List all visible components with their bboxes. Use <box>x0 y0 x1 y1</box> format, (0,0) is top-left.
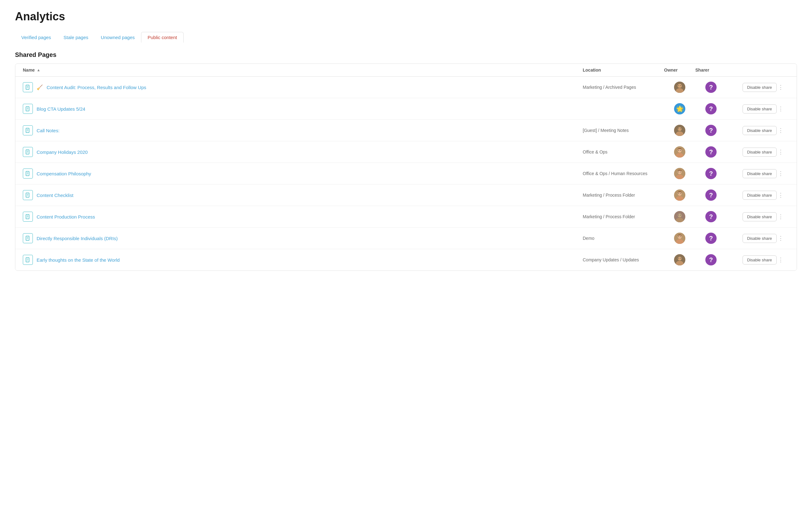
section-title: Shared Pages <box>15 51 797 58</box>
tab-verified-pages[interactable]: Verified pages <box>15 32 57 42</box>
owner-cell <box>664 82 695 93</box>
table-row: Company Holidays 2020 Office & Ops ? Dis… <box>15 141 797 163</box>
disable-share-button[interactable]: Disable share <box>743 234 777 243</box>
svg-point-28 <box>678 149 682 153</box>
svg-point-31 <box>680 150 681 151</box>
owner-cell <box>664 189 695 201</box>
more-options-button[interactable]: ⋮ <box>777 255 785 265</box>
more-options-button[interactable]: ⋮ <box>777 234 785 243</box>
actions-cell: Disable share <box>727 255 777 265</box>
page-link[interactable]: Content Production Process <box>37 214 95 219</box>
more-options-cell: ⋮ <box>777 147 789 157</box>
tab-unowned-pages[interactable]: Unowned pages <box>94 32 141 42</box>
svg-point-30 <box>678 150 679 151</box>
page-link[interactable]: Content Audit: Process, Results and Foll… <box>47 85 146 90</box>
page-link[interactable]: Blog CTA Updates 5/24 <box>37 106 85 112</box>
disable-share-button[interactable]: Disable share <box>743 104 777 114</box>
more-options-button[interactable]: ⋮ <box>777 169 785 178</box>
shared-pages-table: Name ▲ Location Owner Sharer 🧹 Content A… <box>15 63 797 271</box>
svg-point-8 <box>678 85 679 86</box>
sort-arrow-icon: ▲ <box>37 68 40 72</box>
tabs-container: Verified pages Stale pages Unowned pages… <box>15 32 797 42</box>
page-link[interactable]: Early thoughts on the State of the World <box>37 257 120 263</box>
owner-cell <box>664 233 695 244</box>
owner-avatar <box>674 82 685 93</box>
disable-share-button[interactable]: Disable share <box>743 169 777 178</box>
more-options-cell: ⋮ <box>777 104 789 114</box>
sharer-avatar: ? <box>705 211 717 222</box>
more-options-button[interactable]: ⋮ <box>777 212 785 221</box>
sharer-cell: ? <box>695 82 727 93</box>
more-options-button[interactable]: ⋮ <box>777 83 785 92</box>
actions-cell: Disable share <box>727 212 777 221</box>
table-row: Compensation Philosophy Office & Ops / H… <box>15 163 797 184</box>
row-name-cell: Directly Responsible Individuals (DRIs) <box>23 233 583 243</box>
actions-cell: Disable share <box>727 148 777 157</box>
location-cell: [Guest] / Meeting Notes <box>583 128 664 133</box>
actions-cell: Disable share <box>727 83 777 92</box>
row-name-cell: Company Holidays 2020 <box>23 147 583 157</box>
svg-point-67 <box>680 236 681 237</box>
svg-point-76 <box>680 258 681 259</box>
row-name-cell: Compensation Philosophy <box>23 169 583 179</box>
page-doc-icon <box>23 82 33 92</box>
table-row: Call Notes: [Guest] / Meeting Notes ? Di… <box>15 120 797 141</box>
tab-stale-pages[interactable]: Stale pages <box>57 32 94 42</box>
disable-share-button[interactable]: Disable share <box>743 212 777 221</box>
svg-point-20 <box>678 128 679 129</box>
row-name-cell: Blog CTA Updates 5/24 <box>23 104 583 114</box>
actions-cell: Disable share <box>727 126 777 135</box>
table-row: Content Production Process Marketing / P… <box>15 206 797 228</box>
table-header: Name ▲ Location Owner Sharer <box>15 64 797 77</box>
disable-share-button[interactable]: Disable share <box>743 83 777 92</box>
more-options-button[interactable]: ⋮ <box>777 190 785 200</box>
disable-share-button[interactable]: Disable share <box>743 255 777 265</box>
page-doc-icon <box>23 212 33 222</box>
row-name-cell: Content Checklist <box>23 190 583 200</box>
owner-avatar: 🌟 <box>674 103 685 115</box>
more-options-button[interactable]: ⋮ <box>777 147 785 157</box>
sharer-avatar: ? <box>705 168 717 179</box>
page-doc-icon <box>23 233 33 243</box>
sharer-cell: ? <box>695 211 727 222</box>
disable-share-button[interactable]: Disable share <box>743 148 777 157</box>
svg-point-40 <box>680 172 681 172</box>
page-doc-icon <box>23 104 33 114</box>
row-name-cell: 🧹 Content Audit: Process, Results and Fo… <box>23 82 583 92</box>
svg-point-73 <box>678 257 682 261</box>
owner-cell <box>664 254 695 266</box>
row-name-cell: Content Production Process <box>23 212 583 222</box>
svg-point-64 <box>678 235 682 239</box>
sharer-cell: ? <box>695 168 727 179</box>
svg-point-66 <box>678 236 679 237</box>
svg-point-21 <box>680 128 681 129</box>
sharer-avatar: ? <box>705 125 717 136</box>
svg-point-9 <box>680 85 681 86</box>
sharer-cell: ? <box>695 233 727 244</box>
sharer-cell: ? <box>695 146 727 158</box>
more-options-button[interactable]: ⋮ <box>777 104 785 114</box>
sharer-avatar: ? <box>705 103 717 115</box>
svg-point-58 <box>680 215 681 215</box>
owner-avatar <box>674 125 685 136</box>
more-options-button[interactable]: ⋮ <box>777 126 785 135</box>
page-link[interactable]: Directly Responsible Individuals (DRIs) <box>37 236 118 241</box>
disable-share-button[interactable]: Disable share <box>743 126 777 135</box>
page-link[interactable]: Company Holidays 2020 <box>37 149 88 155</box>
svg-point-46 <box>678 192 682 196</box>
actions-cell: Disable share <box>727 234 777 243</box>
page-link[interactable]: Compensation Philosophy <box>37 171 91 176</box>
sharer-cell: ? <box>695 254 727 266</box>
page-doc-icon <box>23 190 33 200</box>
svg-point-7 <box>678 84 682 88</box>
sharer-avatar: ? <box>705 146 717 158</box>
tab-public-content[interactable]: Public content <box>141 32 183 42</box>
page-link[interactable]: Call Notes: <box>37 128 59 133</box>
svg-point-39 <box>678 172 679 172</box>
location-cell: Company Updates / Updates <box>583 257 664 262</box>
column-location: Location <box>583 67 664 72</box>
column-name: Name ▲ <box>23 67 583 72</box>
page-link[interactable]: Content Checklist <box>37 192 74 198</box>
actions-cell: Disable share <box>727 191 777 200</box>
disable-share-button[interactable]: Disable share <box>743 191 777 200</box>
